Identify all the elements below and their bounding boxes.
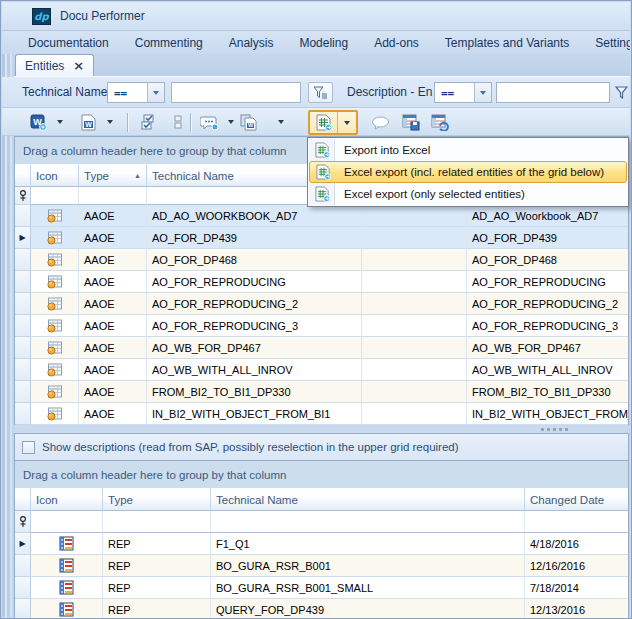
column-header-type[interactable]: Type — [103, 488, 211, 511]
grid-save-button[interactable] — [401, 113, 421, 132]
row-selection-button[interactable] — [168, 113, 188, 132]
column-header-icon[interactable]: Icon — [31, 488, 103, 511]
chevron-down-icon[interactable] — [107, 120, 113, 124]
workbook-icon — [47, 341, 63, 355]
filter-settings-button[interactable] — [308, 82, 333, 103]
chevron-down-icon[interactable] — [338, 112, 356, 133]
workbook-icon — [47, 363, 63, 377]
menu-add-ons[interactable]: Add-ons — [364, 34, 429, 52]
report-icon — [59, 602, 74, 617]
workbook-icon — [47, 319, 63, 333]
report-icon — [59, 580, 74, 595]
menu-item-excel-export-selected[interactable]: Excel export (only selected entities) — [309, 183, 627, 205]
table-row[interactable]: AAOE AO_FOR_REPRODUCING AO_FOR_REPRODUCI… — [15, 271, 628, 293]
word-export-new-button[interactable]: W — [28, 113, 48, 132]
excel-export-icon — [309, 142, 335, 158]
chevron-down-icon[interactable] — [278, 120, 284, 124]
auto-filter-row[interactable] — [15, 511, 628, 533]
tab-strip: Entities × — [2, 54, 630, 77]
filter-row-pin-icon — [15, 187, 31, 205]
menu-item-excel-export-incl-related[interactable]: Excel export (incl. related entities of … — [309, 161, 627, 183]
menu-settings[interactable]: Settings — [585, 34, 630, 52]
table-row[interactable]: REP BO_GURA_RSR_B001 12/16/2016 — [15, 555, 628, 577]
word-merge-button[interactable]: W — [238, 113, 258, 132]
svg-text:W: W — [248, 122, 254, 128]
show-descriptions-label: Show descriptions (read from SAP, possib… — [42, 441, 459, 453]
check-selection-button[interactable] — [138, 113, 158, 132]
group-by-panel[interactable]: Drag a column header here to group by th… — [15, 461, 628, 488]
chevron-down-icon[interactable] — [147, 83, 164, 102]
chevron-down-icon[interactable] — [228, 120, 234, 124]
row-indicator-header — [15, 488, 31, 511]
table-row[interactable]: AAOE IN_BI2_WITH_OBJECT_FROM_BI1 IN_BI2_… — [15, 403, 628, 425]
workbook-icon — [47, 297, 63, 311]
toolbar-separator — [127, 113, 128, 132]
comment-empty-button[interactable] — [370, 113, 390, 132]
tab-close-icon[interactable]: × — [73, 59, 84, 72]
table-row[interactable]: AAOE AO_FOR_REPRODUCING_2 AO_FOR_REPRODU… — [15, 293, 628, 315]
show-descriptions-checkbox[interactable] — [22, 441, 35, 454]
related-entities-grid: Drag a column header here to group by th… — [14, 460, 629, 619]
column-header-type[interactable]: Type▲ — [79, 164, 147, 187]
technical-name-operator-select[interactable]: == — [107, 82, 165, 103]
table-row[interactable]: AAOE AO_WB_WITH_ALL_INROV AO_WB_WITH_ALL… — [15, 359, 628, 381]
table-row[interactable]: AAOE AO_FOR_DP468 AO_FOR_DP468 — [15, 249, 628, 271]
focused-row-arrow-icon: ▶ — [15, 533, 31, 555]
workbook-icon — [47, 275, 63, 289]
svg-text:W: W — [85, 121, 92, 128]
column-header-technical-name[interactable]: Technical Name — [211, 488, 525, 511]
menu-commenting[interactable]: Commenting — [125, 34, 213, 52]
table-row[interactable]: ▶ REP F1_Q1 4/18/2016 — [15, 533, 628, 555]
table-row[interactable]: ▶ AAOE AO_FOR_DP439 AO_FOR_DP439 — [15, 227, 628, 249]
table-row[interactable]: AAOE FROM_BI2_TO_BI1_DP330 FROM_BI2_TO_B… — [15, 381, 628, 403]
grid-splitter[interactable] — [14, 425, 629, 433]
excel-export-icon[interactable] — [310, 112, 338, 133]
focused-row-arrow-icon: ▶ — [15, 227, 31, 249]
chevron-down-icon[interactable] — [474, 83, 491, 102]
table-row[interactable]: AAOE AO_FOR_REPRODUCING_3 AO_FOR_REPRODU… — [15, 315, 628, 337]
toolbar: W W — [2, 108, 630, 136]
table-row[interactable]: AAOE AO_WB_FOR_DP467 AO_WB_FOR_DP467 — [15, 337, 628, 359]
window-left-edge — [2, 54, 14, 617]
tab-entities[interactable]: Entities × — [15, 54, 94, 76]
technical-name-filter-input[interactable] — [171, 82, 301, 103]
workbook-icon — [47, 253, 63, 267]
table-row[interactable]: AAOE AD_AO_WOORKBOOK_AD7 AD_AO_Woorkbook… — [15, 205, 628, 227]
description-en-label: Description - En — [347, 85, 432, 99]
row-indicator-header — [15, 164, 31, 187]
table-row[interactable]: REP BO_GURA_RSR_B001_SMALL 7/18/2014 — [15, 577, 628, 599]
splitter-handle[interactable] — [541, 428, 568, 431]
menu-bar: Documentation Commenting Analysis Modeli… — [2, 31, 630, 54]
workbook-icon — [47, 385, 63, 399]
title-bar: dp Docu Performer — [2, 2, 630, 31]
comment-button[interactable] — [199, 113, 219, 132]
description-filter-input[interactable] — [496, 82, 610, 103]
menu-analysis[interactable]: Analysis — [219, 34, 284, 52]
filter-row-pin-icon — [15, 511, 31, 533]
table-row[interactable]: REP QUERY_FOR_DP439 12/13/2016 — [15, 599, 628, 619]
workbook-icon — [47, 231, 63, 245]
column-header-row: Icon Type Technical Name Changed Date — [15, 488, 628, 511]
technical-name-label: Technical Name — [22, 85, 107, 99]
menu-templates-and-variants[interactable]: Templates and Variants — [435, 34, 580, 52]
menu-modeling[interactable]: Modeling — [289, 34, 358, 52]
show-descriptions-panel: Show descriptions (read from SAP, possib… — [14, 433, 629, 460]
menu-documentation[interactable]: Documentation — [18, 34, 119, 52]
chevron-down-icon[interactable] — [57, 120, 63, 124]
word-document-button[interactable]: W — [78, 113, 98, 132]
menu-item-export-into-excel[interactable]: Export into Excel — [309, 139, 627, 161]
column-header-changed-date[interactable]: Changed Date — [525, 488, 628, 511]
filter-icon[interactable] — [610, 83, 632, 102]
description-operator-select[interactable]: == — [434, 82, 492, 103]
excel-export-icon — [310, 164, 336, 180]
excel-export-splitbutton[interactable] — [308, 110, 358, 135]
grid-refresh-button[interactable] — [430, 113, 450, 132]
toolbar-separator — [190, 113, 191, 132]
workbook-icon — [47, 209, 63, 223]
column-header-icon[interactable]: Icon — [31, 164, 79, 187]
search-filter-bar: Technical Name == Description - En == — [2, 77, 630, 108]
report-icon — [59, 536, 74, 551]
report-icon — [59, 558, 74, 573]
tab-label: Entities — [25, 59, 64, 73]
app-logo-icon: dp — [32, 8, 51, 25]
